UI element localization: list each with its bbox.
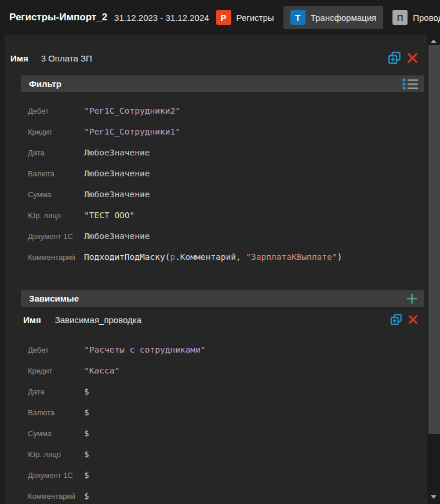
field-value[interactable]: $ — [84, 429, 89, 438]
field-row: Юр. лицо$ — [5, 444, 427, 465]
field-label: Кредит — [28, 128, 84, 136]
value-segment: "ЗарплатаКВыплате" — [246, 252, 337, 262]
dependents-section-title: Зависимые — [29, 293, 79, 303]
value-segment: $ — [84, 491, 89, 501]
tab-postings[interactable]: ППроводки — [386, 6, 440, 29]
dependent-name-label: Имя — [23, 315, 41, 325]
transformation-panel: Имя 3 Оплата ЗП Фильтр — [5, 35, 427, 504]
value-segment: $ — [84, 449, 89, 459]
value-segment: ПодходитПодМаску( — [84, 252, 170, 262]
field-row: Кредит"Рег1С_Сотрудники1" — [5, 121, 427, 142]
field-label: Дебет — [28, 346, 84, 354]
value-segment: $ — [84, 387, 89, 396]
field-row: Валюта$ — [5, 402, 427, 423]
field-value[interactable]: $ — [84, 449, 89, 459]
field-row: Кредит"Касса" — [5, 360, 427, 381]
delete-record-button[interactable] — [407, 53, 418, 64]
field-label: Валюта — [28, 408, 84, 417]
page-title: Регистры-Импорт_2 — [9, 12, 107, 23]
field-value[interactable]: $ — [84, 470, 89, 480]
field-value[interactable]: "Касса" — [84, 366, 119, 375]
scroll-down-arrow-icon[interactable] — [431, 495, 437, 499]
field-label: Комментарий — [28, 253, 84, 262]
field-row: Документ 1С$ — [5, 465, 427, 485]
dependent-name-value[interactable]: Зависимая_проводка — [55, 315, 141, 325]
tab-transformation[interactable]: ТТрансформация — [283, 6, 384, 29]
scrollbar-thumb[interactable] — [428, 45, 440, 434]
field-row: ДатаЛюбоеЗначение — [5, 142, 427, 163]
view-tabs: РРегистрыТТрансформацияППроводки — [209, 6, 440, 29]
filter-section-title: Фильтр — [29, 79, 61, 89]
field-value[interactable]: ПодходитПодМаску(р.Комментарий, "Зарплат… — [84, 252, 342, 262]
vertical-scrollbar[interactable] — [427, 35, 440, 504]
field-value[interactable]: "ТЕСТ ООО" — [84, 211, 134, 220]
field-row: СуммаЛюбоеЗначение — [5, 184, 427, 205]
value-segment: "Рег1С_Сотрудники2" — [84, 106, 180, 115]
field-row: Документ 1СЛюбоеЗначение — [5, 226, 427, 246]
field-row: Юр. лицо"ТЕСТ ООО" — [5, 205, 427, 226]
field-label: Валюта — [28, 169, 84, 178]
field-label: Дата — [28, 148, 84, 157]
field-label: Документ 1С — [28, 471, 84, 480]
field-label: Юр. лицо — [28, 450, 84, 459]
tab-registers[interactable]: РРегистры — [209, 6, 281, 29]
field-label: Дебет — [28, 107, 84, 115]
field-value[interactable]: ЛюбоеЗначение — [84, 190, 150, 199]
postings-tab-icon: П — [392, 10, 408, 25]
top-bar: Регистры-Импорт_2 31.12.2023 - 31.12.202… — [0, 0, 440, 35]
filter-section-header: Фильтр — [21, 75, 424, 92]
value-segment: "ТЕСТ ООО" — [84, 211, 134, 220]
field-label: Юр. лицо — [28, 211, 84, 220]
duplicate-icon — [388, 52, 401, 65]
dependent-fields: Дебет"Расчеты с сотрудниками"Кредит"Касс… — [5, 339, 427, 504]
field-value[interactable]: ЛюбоеЗначение — [84, 169, 150, 178]
value-segment: $ — [84, 470, 89, 480]
value-segment: "Расчеты с сотрудниками" — [84, 345, 206, 354]
field-row: Комментарий$ — [5, 485, 427, 504]
duplicate-dependent-button[interactable] — [390, 314, 402, 326]
dependent-name-row: Имя Зависимая_проводка — [5, 311, 427, 328]
field-row: ВалютаЛюбоеЗначение — [5, 163, 427, 184]
registers-tab-icon: Р — [216, 10, 231, 25]
plus-icon — [406, 292, 418, 304]
value-segment: ЛюбоеЗначение — [84, 190, 150, 199]
filter-list-button[interactable] — [402, 78, 418, 90]
field-label: Документ 1С — [28, 232, 84, 241]
value-segment: $ — [84, 429, 89, 438]
delete-dependent-button[interactable] — [408, 315, 418, 325]
field-row: Дата$ — [5, 381, 427, 402]
value-segment: .Комментарий, — [175, 252, 246, 262]
add-dependent-button[interactable] — [406, 292, 418, 304]
record-name-value[interactable]: 3 Оплата ЗП — [41, 53, 92, 63]
record-name-label: Имя — [10, 53, 28, 63]
close-icon — [407, 53, 418, 64]
field-value[interactable]: $ — [84, 387, 89, 396]
date-range: 31.12.2023 - 31.12.2024 — [114, 13, 209, 23]
value-segment: ЛюбоеЗначение — [84, 231, 150, 241]
transformation-tab-icon: Т — [290, 10, 306, 25]
tab-label: Трансформация — [311, 13, 377, 23]
field-label: Дата — [28, 387, 84, 396]
field-value[interactable]: "Рег1С_Сотрудники1" — [84, 127, 180, 136]
value-segment: ЛюбоеЗначение — [84, 169, 150, 178]
value-segment: "Касса" — [84, 366, 119, 375]
value-segment: р — [170, 252, 175, 262]
field-value[interactable]: $ — [84, 408, 89, 417]
filter-fields: Дебет"Рег1С_Сотрудники2"Кредит"Рег1С_Сот… — [5, 100, 427, 267]
scroll-up-arrow-icon[interactable] — [431, 39, 437, 43]
field-value[interactable]: $ — [84, 491, 89, 501]
field-value[interactable]: "Расчеты с сотрудниками" — [84, 345, 206, 354]
field-label: Сумма — [28, 429, 84, 438]
field-label: Кредит — [28, 367, 84, 375]
value-segment: ЛюбоеЗначение — [84, 148, 150, 157]
list-icon — [402, 78, 418, 90]
field-row: Дебет"Расчеты с сотрудниками" — [5, 339, 427, 360]
value-segment: "Рег1С_Сотрудники1" — [84, 127, 180, 136]
field-row: Дебет"Рег1С_Сотрудники2" — [5, 100, 427, 121]
dependents-section-header: Зависимые — [21, 290, 424, 307]
field-row: Сумма$ — [5, 423, 427, 444]
field-value[interactable]: "Рег1С_Сотрудники2" — [84, 106, 180, 115]
duplicate-record-button[interactable] — [388, 52, 401, 65]
field-value[interactable]: ЛюбоеЗначение — [84, 231, 150, 241]
field-value[interactable]: ЛюбоеЗначение — [84, 148, 150, 157]
